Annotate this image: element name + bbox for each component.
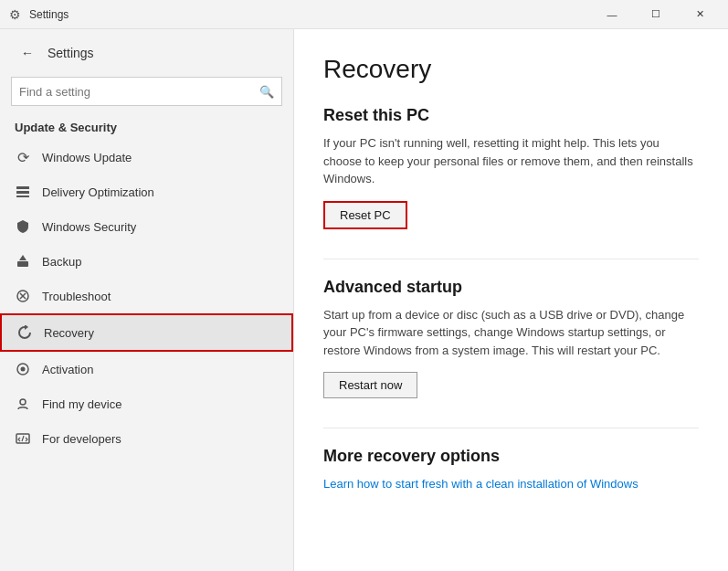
sidebar-item-label: Activation: [42, 363, 93, 376]
sidebar-item-windows-update[interactable]: ⟳ Windows Update: [0, 140, 293, 174]
title-bar-left: ⚙ Settings: [7, 7, 591, 22]
reset-pc-button[interactable]: Reset PC: [323, 201, 407, 229]
sidebar-nav-top: ← Settings: [0, 29, 293, 69]
search-box[interactable]: 🔍: [11, 77, 282, 106]
advanced-startup-section: Advanced startup Start up from a device …: [323, 278, 699, 425]
close-button[interactable]: ✕: [679, 0, 721, 29]
backup-icon: [15, 253, 31, 270]
advanced-startup-desc: Start up from a device or disc (such as …: [323, 306, 699, 360]
sidebar: ← Settings 🔍 Update & Security ⟳ Windows…: [0, 29, 294, 571]
restart-now-button[interactable]: Restart now: [323, 372, 417, 398]
sidebar-item-label: Troubleshoot: [42, 290, 111, 303]
svg-rect-3: [17, 261, 28, 267]
main-content: ← Settings 🔍 Update & Security ⟳ Windows…: [0, 29, 728, 571]
activation-icon: [15, 361, 31, 377]
for-developers-icon: [15, 430, 31, 447]
sidebar-item-label: For developers: [42, 432, 121, 446]
reset-pc-desc: If your PC isn't running well, resetting…: [323, 134, 699, 188]
sidebar-item-label: Backup: [42, 255, 81, 269]
svg-point-9: [21, 367, 26, 372]
find-my-device-icon: [15, 396, 31, 412]
delivery-optimization-icon: [15, 184, 31, 200]
reset-pc-section: Reset this PC If your PC isn't running w…: [323, 106, 699, 255]
divider-2: [323, 428, 699, 428]
svg-rect-2: [16, 196, 29, 197]
maximize-button[interactable]: ☐: [635, 0, 677, 29]
windows-update-icon: ⟳: [15, 149, 31, 165]
title-bar-controls: — ☐ ✕: [591, 0, 721, 29]
sidebar-item-troubleshoot[interactable]: Troubleshoot: [0, 279, 293, 313]
title-bar-title: Settings: [29, 8, 69, 21]
sidebar-item-for-developers[interactable]: For developers: [0, 421, 293, 456]
sidebar-app-title: Settings: [47, 46, 94, 60]
svg-rect-0: [16, 186, 29, 189]
sidebar-item-label: Windows Security: [42, 220, 136, 234]
sidebar-item-recovery[interactable]: Recovery: [0, 313, 293, 352]
search-input[interactable]: [19, 85, 259, 99]
sidebar-item-delivery-optimization[interactable]: Delivery Optimization: [0, 174, 293, 209]
settings-icon: ⚙: [7, 7, 22, 22]
sidebar-item-windows-security[interactable]: Windows Security: [0, 209, 293, 244]
sidebar-item-backup[interactable]: Backup: [0, 244, 293, 279]
sidebar-item-find-my-device[interactable]: Find my device: [0, 386, 293, 421]
page-title: Recovery: [323, 55, 699, 84]
clean-install-link[interactable]: Learn how to start fresh with a clean in…: [323, 477, 638, 491]
back-button[interactable]: ←: [15, 40, 40, 66]
svg-point-10: [20, 399, 26, 405]
recovery-icon: [16, 324, 33, 341]
sidebar-item-label: Recovery: [44, 326, 94, 340]
title-bar: ⚙ Settings — ☐ ✕: [0, 0, 728, 29]
sidebar-item-label: Delivery Optimization: [42, 185, 154, 199]
sidebar-item-label: Windows Update: [42, 151, 132, 164]
sidebar-item-activation[interactable]: Activation: [0, 352, 293, 386]
windows-security-icon: [15, 218, 31, 235]
svg-rect-1: [16, 191, 29, 194]
nav-list: ⟳ Windows Update Delivery Optimization: [0, 140, 293, 456]
reset-pc-title: Reset this PC: [323, 106, 699, 125]
sidebar-item-label: Find my device: [42, 397, 121, 411]
troubleshoot-icon: [15, 288, 31, 304]
minimize-button[interactable]: —: [591, 0, 633, 29]
sidebar-section-header: Update & Security: [0, 113, 293, 140]
advanced-startup-title: Advanced startup: [323, 278, 699, 297]
more-options-section: More recovery options Learn how to start…: [323, 447, 699, 492]
more-options-title: More recovery options: [323, 447, 699, 466]
svg-marker-4: [19, 255, 26, 260]
content-panel: Recovery Reset this PC If your PC isn't …: [294, 29, 728, 571]
divider-1: [323, 259, 699, 259]
search-icon: 🔍: [259, 85, 274, 99]
